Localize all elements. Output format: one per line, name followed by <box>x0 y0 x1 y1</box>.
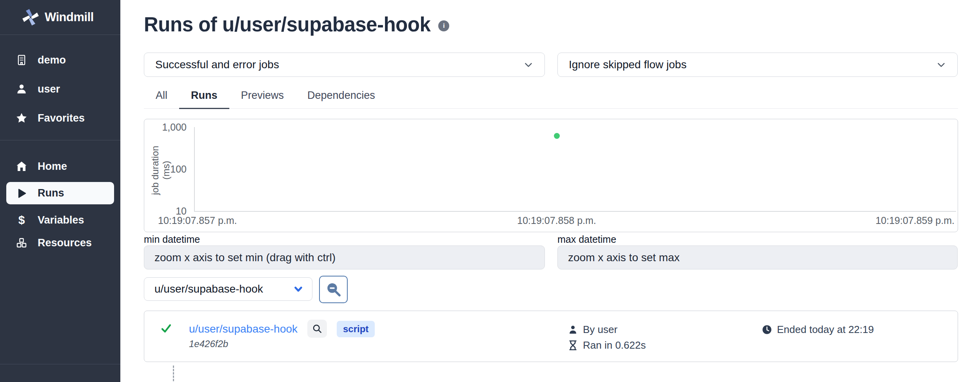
sidebar-item-user[interactable]: user <box>0 82 120 96</box>
chevron-down-icon <box>523 59 534 71</box>
sidebar-item-runs[interactable]: Runs <box>6 182 114 204</box>
job-status-select-value: Successful and error jobs <box>155 58 279 71</box>
workspace-section: demo user Favorites <box>0 35 120 125</box>
clock-icon <box>762 324 772 335</box>
skipped-flow-select[interactable]: Ignore skipped flow jobs <box>557 53 958 77</box>
tab-dependencies[interactable]: Dependencies <box>296 87 387 109</box>
sidebar-item-label: user <box>38 83 60 95</box>
sidebar-item-label: Runs <box>38 187 64 199</box>
sidebar-item-label: Favorites <box>38 112 85 124</box>
app-name: Windmill <box>45 10 94 24</box>
dollar-icon: $ <box>16 213 27 227</box>
chevron-down-icon <box>292 282 305 296</box>
sidebar-item-label: Variables <box>38 214 84 226</box>
run-ended: Ended today at 22:19 <box>762 324 874 336</box>
run-path-link[interactable]: u/user/supabase-hook <box>189 323 298 335</box>
run-list-item: u/user/supabase-hook script 1e426f2b By … <box>144 311 958 362</box>
x-tick: 10:19:07.858 p.m. <box>517 215 596 226</box>
job-kind-badge: script <box>337 321 375 337</box>
sidebar-item-label: Home <box>38 160 67 173</box>
run-author-text: By user <box>583 324 617 336</box>
timeline-connector <box>173 366 174 381</box>
tab-previews[interactable]: Previews <box>229 87 296 109</box>
building-icon <box>16 54 27 66</box>
tab-all[interactable]: All <box>144 87 179 109</box>
sidebar-item-workspace[interactable]: demo <box>0 53 120 67</box>
runs-duration-chart[interactable]: job duration (ms) 1,000 100 10 10:19:07.… <box>144 119 958 232</box>
min-datetime-input[interactable]: zoom x axis to set min (drag with ctrl) <box>144 246 545 269</box>
chevron-down-icon <box>935 59 947 71</box>
play-icon <box>16 187 27 199</box>
script-path-select-value: u/user/supabase-hook <box>154 283 263 295</box>
script-path-select[interactable]: u/user/supabase-hook <box>144 277 312 301</box>
star-icon <box>16 112 27 124</box>
sidebar-item-label: Resources <box>38 237 92 249</box>
sidebar-item-variables[interactable]: $ Variables <box>0 213 120 227</box>
tab-runs[interactable]: Runs <box>179 87 229 109</box>
chart-y-axis-line <box>194 127 195 212</box>
sidebar-bottom-divider <box>0 364 120 364</box>
run-duration: Ran in 0.622s <box>568 339 646 351</box>
home-icon <box>16 160 27 172</box>
y-tick: 1,000 <box>144 122 187 133</box>
success-check-icon <box>160 322 172 334</box>
x-tick: 10:19:07.859 p.m. <box>875 215 955 226</box>
skipped-flow-select-value: Ignore skipped flow jobs <box>569 58 686 71</box>
filter-search-button[interactable] <box>319 276 348 303</box>
sidebar-item-resources[interactable]: Resources <box>0 236 120 250</box>
job-kind-tabs: All Runs Previews Dependencies <box>144 87 958 109</box>
sidebar-item-label: demo <box>38 54 66 66</box>
info-icon[interactable]: i <box>438 20 449 31</box>
chart-x-axis-line <box>194 211 956 212</box>
max-datetime-label: max datetime <box>557 234 616 245</box>
person-icon <box>568 324 578 335</box>
job-data-point[interactable] <box>554 133 560 139</box>
sidebar-item-favorites[interactable]: Favorites <box>0 111 120 125</box>
person-icon <box>16 83 27 95</box>
y-tick: 100 <box>144 164 187 175</box>
job-id: 1e426f2b <box>189 338 228 349</box>
cubes-icon <box>16 237 27 249</box>
search-minus-icon <box>325 281 342 298</box>
sidebar-item-home[interactable]: Home <box>0 159 120 173</box>
run-ended-text: Ended today at 22:19 <box>777 324 874 336</box>
inspect-run-button[interactable] <box>307 320 327 338</box>
run-author: By user <box>568 324 617 336</box>
page-title: Runs of u/user/supabase-hook <box>144 13 430 36</box>
main-nav: Home Runs $ Variables <box>0 140 120 250</box>
hourglass-icon <box>568 340 578 351</box>
max-datetime-input[interactable]: zoom x axis to set max <box>557 246 958 269</box>
app-logo[interactable]: Windmill <box>0 0 120 35</box>
windmill-logo-icon <box>22 9 39 26</box>
job-status-select[interactable]: Successful and error jobs <box>144 53 545 77</box>
run-duration-text: Ran in 0.622s <box>583 339 646 351</box>
magnifier-icon <box>312 323 323 334</box>
min-datetime-label: min datetime <box>144 234 200 245</box>
x-tick: 10:19:07.857 p.m. <box>158 215 237 226</box>
windmill-app: Windmill demo <box>0 0 980 382</box>
sidebar: Windmill demo <box>0 0 120 382</box>
page-header: Runs of u/user/supabase-hook i <box>144 13 449 36</box>
